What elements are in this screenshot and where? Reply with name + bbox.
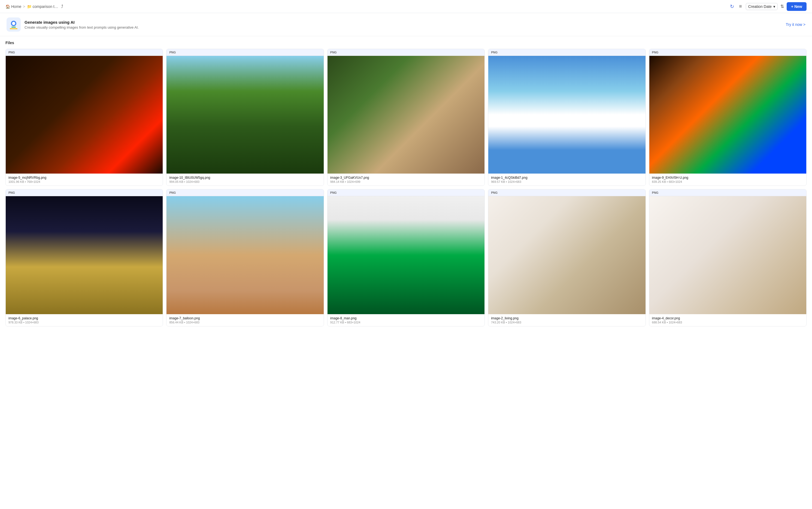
file-type-badge: PNG	[649, 190, 806, 196]
file-card[interactable]: PNG image-5_mcjNRVRbg.png 1001.96 KB • 7…	[5, 49, 163, 186]
file-name: image-5_mcjNRVRbg.png	[8, 176, 160, 179]
file-meta: 978.33 KB • 1024×683	[8, 321, 160, 324]
file-meta: 856.44 KB • 1024×683	[169, 321, 321, 324]
file-type-badge: PNG	[488, 49, 645, 56]
new-button[interactable]: + New	[787, 2, 807, 11]
sort-dropdown[interactable]: Creation Date ▾	[746, 3, 778, 10]
list-view-button[interactable]: ≡	[738, 2, 743, 10]
file-type-badge: PNG	[328, 49, 484, 56]
file-name: image-4_decor.png	[652, 316, 804, 320]
file-name: image-10_IBtU0UW5gq.png	[169, 176, 321, 179]
file-meta: 688.54 KB • 1024×683	[652, 321, 804, 324]
file-card[interactable]: PNG image-10_IBtU0UW5gq.png 994.05 KB • …	[166, 49, 324, 186]
file-thumbnail	[488, 56, 645, 174]
folder-label: comparison t…	[33, 4, 58, 9]
file-info: image-5_mcjNRVRbg.png 1001.96 KB • 768×1…	[6, 174, 163, 185]
home-label: Home	[11, 4, 21, 9]
file-info: image-4_decor.png 688.54 KB • 1024×683	[649, 314, 806, 326]
file-card[interactable]: PNG image-7_balloon.png 856.44 KB • 1024…	[166, 189, 324, 326]
file-card[interactable]: PNG image-2_living.png 743.20 KB • 1024×…	[488, 189, 645, 326]
file-type-badge: PNG	[6, 190, 163, 196]
files-section: Files PNG image-5_mcjNRVRbg.png 1001.96 …	[0, 36, 812, 331]
file-name: image-2_living.png	[491, 316, 643, 320]
file-name: image-3_UFGaKVUx7.png	[330, 176, 482, 179]
ai-text: Generate images using AI Create visually…	[25, 20, 786, 29]
try-now-button[interactable]: Try it now >	[786, 22, 806, 27]
file-name: image-8_man.png	[330, 316, 482, 320]
file-info: image-7_balloon.png 856.44 KB • 1024×683	[167, 314, 324, 326]
file-thumbnail	[328, 196, 484, 314]
file-type-badge: PNG	[167, 190, 324, 196]
file-meta: 912.77 KB • 683×1024	[330, 321, 482, 324]
file-type-badge: PNG	[328, 190, 484, 196]
file-name: image-6_palace.png	[8, 316, 160, 320]
file-meta: 839.25 KB • 683×1024	[652, 180, 804, 183]
file-card[interactable]: PNG image-9_EHXrI5H-U.png 839.25 KB • 68…	[649, 49, 807, 186]
file-meta: 1001.96 KB • 768×1024	[8, 180, 160, 183]
file-card[interactable]: PNG image-4_decor.png 688.54 KB • 1024×6…	[649, 189, 807, 326]
file-info: image-1_4cQSkiBd7.png 969.57 KB • 1024×6…	[488, 174, 645, 185]
svg-rect-3	[11, 27, 16, 28]
file-info: image-10_IBtU0UW5gq.png 994.05 KB • 1024…	[167, 174, 324, 185]
svg-point-2	[12, 22, 15, 25]
header-actions: ↻ ≡ Creation Date ▾ ⇅ + New	[729, 2, 807, 11]
sort-order-icon[interactable]: ⇅	[780, 4, 784, 9]
home-icon: 🏠	[5, 4, 10, 9]
breadcrumb-home[interactable]: 🏠 Home	[5, 4, 21, 9]
file-thumbnail	[6, 56, 163, 174]
file-thumbnail	[6, 196, 163, 314]
file-meta: 969.57 KB • 1024×683	[491, 180, 643, 183]
file-thumbnail	[488, 196, 645, 314]
file-info: image-2_living.png 743.20 KB • 1024×683	[488, 314, 645, 326]
chevron-down-icon: ▾	[773, 4, 775, 9]
ai-icon	[6, 18, 21, 32]
file-type-badge: PNG	[488, 190, 645, 196]
files-grid: PNG image-5_mcjNRVRbg.png 1001.96 KB • 7…	[5, 49, 807, 327]
file-type-badge: PNG	[649, 49, 806, 56]
file-info: image-3_UFGaKVUx7.png 984.14 KB • 1024×6…	[328, 174, 484, 185]
file-info: image-6_palace.png 978.33 KB • 1024×683	[6, 314, 163, 326]
file-card[interactable]: PNG image-8_man.png 912.77 KB • 683×1024	[327, 189, 485, 326]
file-name: image-7_balloon.png	[169, 316, 321, 320]
breadcrumb-sep-1: >	[23, 4, 25, 9]
files-label: Files	[5, 41, 807, 45]
file-info: image-8_man.png 912.77 KB • 683×1024	[328, 314, 484, 326]
file-thumbnail	[167, 56, 324, 174]
folder-icon: 📁	[27, 4, 32, 9]
file-card[interactable]: PNG image-6_palace.png 978.33 KB • 1024×…	[5, 189, 163, 326]
file-thumbnail	[167, 196, 324, 314]
sort-label: Creation Date	[748, 4, 772, 9]
file-thumbnail	[328, 56, 484, 174]
file-type-badge: PNG	[167, 49, 324, 56]
ai-description: Create visually compelling images from t…	[25, 25, 786, 29]
breadcrumb-folder[interactable]: 📁 comparison t…	[27, 4, 58, 9]
file-meta: 743.20 KB • 1024×683	[491, 321, 643, 324]
ai-banner: Generate images using AI Create visually…	[0, 13, 812, 36]
file-meta: 984.14 KB • 1024×699	[330, 180, 482, 183]
file-meta: 994.05 KB • 1024×683	[169, 180, 321, 183]
file-name: image-9_EHXrI5H-U.png	[652, 176, 804, 179]
svg-rect-4	[10, 28, 18, 29]
refresh-button[interactable]: ↻	[729, 2, 735, 11]
file-thumbnail	[649, 196, 806, 314]
file-name: image-1_4cQSkiBd7.png	[491, 176, 643, 179]
ai-title: Generate images using AI	[25, 20, 786, 25]
file-thumbnail	[649, 56, 806, 174]
file-info: image-9_EHXrI5H-U.png 839.25 KB • 683×10…	[649, 174, 806, 185]
file-card[interactable]: PNG image-1_4cQSkiBd7.png 969.57 KB • 10…	[488, 49, 645, 186]
header: 🏠 Home > 📁 comparison t… ⤴ ↻ ≡ Creation …	[0, 0, 812, 13]
file-card[interactable]: PNG image-3_UFGaKVUx7.png 984.14 KB • 10…	[327, 49, 485, 186]
file-type-badge: PNG	[6, 49, 163, 56]
share-icon[interactable]: ⤴	[60, 3, 64, 10]
breadcrumb: 🏠 Home > 📁 comparison t… ⤴	[5, 3, 729, 10]
